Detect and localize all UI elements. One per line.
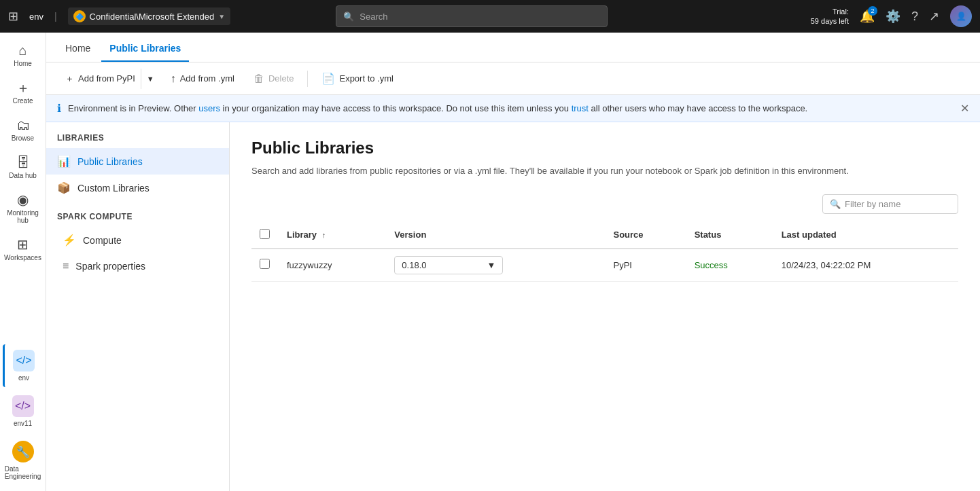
info-icon: ℹ — [57, 102, 61, 115]
table-row: fuzzywuzzy 0.18.0 ▼ PyPI Success — [251, 249, 958, 282]
nav-item-spark-properties[interactable]: ≡ Spark properties — [46, 253, 229, 279]
nav-item-custom-libraries[interactable]: 📦 Custom Libraries — [46, 175, 229, 201]
version-value: 0.18.0 — [402, 260, 426, 270]
compute-section-title: Spark Compute — [46, 201, 229, 227]
filter-input[interactable]: 🔍 Filter by name — [822, 194, 958, 214]
version-dropdown-icon: ▼ — [487, 260, 495, 270]
de-icon: 🔧 — [12, 441, 34, 462]
version-column-header: Version — [386, 222, 605, 249]
export-button[interactable]: 📄 Export to .yml — [313, 68, 401, 89]
select-all-checkbox[interactable] — [260, 229, 270, 239]
workspace-selector[interactable]: 🔷 Confidential\Microsoft Extended ▼ — [68, 7, 230, 25]
page-description: Search and add libraries from public rep… — [251, 164, 958, 178]
search-bar[interactable]: 🔍 Search — [336, 5, 608, 27]
banner-trust-link[interactable]: trust — [572, 103, 589, 113]
workspaces-icon: ⊞ — [17, 238, 29, 251]
nav-item-public-libraries[interactable]: 📊 Public Libraries — [46, 148, 229, 175]
sidebar-item-datahub[interactable]: 🗄 Data hub — [3, 150, 43, 185]
sidebar-item-monitoring[interactable]: ◉ Monitoring hub — [3, 187, 43, 230]
library-column-header[interactable]: Library ↑ — [279, 222, 386, 249]
left-nav: Libraries 📊 Public Libraries 📦 Custom Li… — [46, 122, 230, 491]
banner-message: Environment is in Preview. Other users i… — [68, 103, 807, 113]
search-icon: 🔍 — [343, 12, 354, 22]
nav-item-label: Compute — [83, 235, 122, 246]
sidebar-de-item[interactable]: 🔧 Data Engineering — [3, 435, 43, 486]
library-name-cell: fuzzywuzzy — [279, 249, 386, 282]
share-button[interactable]: ↗ — [929, 9, 939, 24]
banner-users-link[interactable]: users — [198, 103, 220, 113]
version-selector[interactable]: 0.18.0 ▼ — [394, 256, 503, 274]
home-icon: ⌂ — [18, 43, 27, 57]
trial-badge: Trial: 59 days left — [811, 7, 849, 26]
add-pypi-button[interactable]: ＋ Add from PyPI — [57, 69, 141, 89]
settings-button[interactable]: ⚙️ — [886, 9, 900, 24]
top-nav: ⊞ env | 🔷 Confidential\Microsoft Extende… — [0, 0, 980, 33]
version-cell: 0.18.0 ▼ — [386, 249, 605, 282]
nav-item-label: Custom Libraries — [77, 183, 150, 194]
help-button[interactable]: ? — [911, 10, 918, 24]
add-yml-button[interactable]: ↑ Add from .yml — [162, 69, 243, 89]
sidebar-icons: ⌂ Home ＋ Create 🗂 Browse 🗄 Data hub ◉ Mo… — [0, 33, 46, 491]
nav-item-label: Spark properties — [75, 261, 145, 272]
filter-placeholder: Filter by name — [845, 199, 900, 209]
tab-home[interactable]: Home — [57, 43, 99, 62]
sidebar-item-home[interactable]: ⌂ Home — [3, 38, 43, 73]
status-column-header: Status — [686, 222, 773, 249]
sidebar-env11-item[interactable]: </> env11 — [3, 390, 43, 433]
user-avatar[interactable]: 👤 — [950, 5, 972, 27]
table-toolbar: 🔍 Filter by name — [251, 194, 958, 214]
browse-icon: 🗂 — [16, 118, 30, 132]
nav-item-compute[interactable]: ⚡ Compute — [46, 227, 229, 253]
de-label: Data Engineering — [5, 465, 41, 480]
nav-item-label: Public Libraries — [77, 156, 143, 167]
add-pypi-dropdown-button[interactable]: ▼ — [141, 69, 160, 89]
tabs-bar: Home Public Libraries — [46, 33, 980, 62]
source-cell: PyPI — [605, 249, 686, 282]
env-label: env — [18, 374, 29, 382]
env-badge: </> — [13, 350, 35, 371]
toolbar: ＋ Add from PyPI ▼ ↑ Add from .yml 🗑 Dele… — [46, 62, 980, 95]
add-pypi-group: ＋ Add from PyPI ▼ — [57, 69, 160, 89]
sidebar-item-create[interactable]: ＋ Create — [3, 75, 43, 110]
env-code-icon: </> — [16, 354, 31, 367]
caret-down-icon: ▼ — [147, 75, 154, 83]
content-area: Home Public Libraries ＋ Add from PyPI ▼ … — [46, 33, 980, 491]
env11-code-icon: </> — [15, 400, 31, 412]
workspace-name: Confidential\Microsoft Extended — [90, 12, 215, 22]
sidebar-item-label: Data hub — [9, 172, 37, 179]
page-title: Public Libraries — [251, 139, 958, 158]
env11-label: env11 — [14, 420, 32, 427]
sidebar-item-label: Create — [12, 97, 33, 105]
delete-label: Delete — [268, 73, 294, 84]
delete-icon: 🗑 — [253, 73, 264, 85]
spark-properties-icon: ≡ — [63, 260, 69, 272]
create-icon: ＋ — [16, 81, 30, 94]
topnav-right: Trial: 59 days left 🔔 2 ⚙️ ? ↗ 👤 — [811, 5, 972, 27]
workspace-icon: 🔷 — [73, 10, 86, 22]
toolbar-divider — [307, 71, 308, 87]
sidebar-item-label: Workspaces — [4, 254, 41, 261]
sidebar-env-item[interactable]: </> env — [3, 344, 43, 387]
grid-icon[interactable]: ⊞ — [8, 9, 18, 24]
row-checkbox[interactable] — [260, 259, 270, 269]
page-content: Public Libraries Search and add librarie… — [230, 122, 980, 491]
export-label: Export to .yml — [339, 73, 393, 84]
sidebar-item-label: Home — [14, 60, 32, 67]
sort-icon: ↑ — [322, 231, 326, 239]
notifications-button[interactable]: 🔔 2 — [860, 9, 875, 24]
select-all-header — [251, 222, 279, 249]
banner-close-button[interactable]: ✕ — [960, 102, 969, 115]
delete-button[interactable]: 🗑 Delete — [245, 69, 302, 89]
add-pypi-label: Add from PyPI — [78, 73, 135, 84]
datahub-icon: 🗄 — [16, 156, 30, 169]
tab-public-libraries[interactable]: Public Libraries — [101, 43, 189, 62]
add-yml-label: Add from .yml — [180, 73, 234, 84]
upload-icon: ↑ — [171, 73, 176, 85]
monitoring-icon: ◉ — [17, 193, 29, 206]
chevron-down-icon: ▼ — [218, 13, 225, 20]
sidebar-item-browse[interactable]: 🗂 Browse — [3, 113, 43, 147]
env-label: env — [29, 12, 43, 22]
sidebar-item-workspaces[interactable]: ⊞ Workspaces — [3, 232, 43, 267]
export-icon: 📄 — [321, 72, 335, 85]
filter-search-icon: 🔍 — [830, 199, 841, 209]
